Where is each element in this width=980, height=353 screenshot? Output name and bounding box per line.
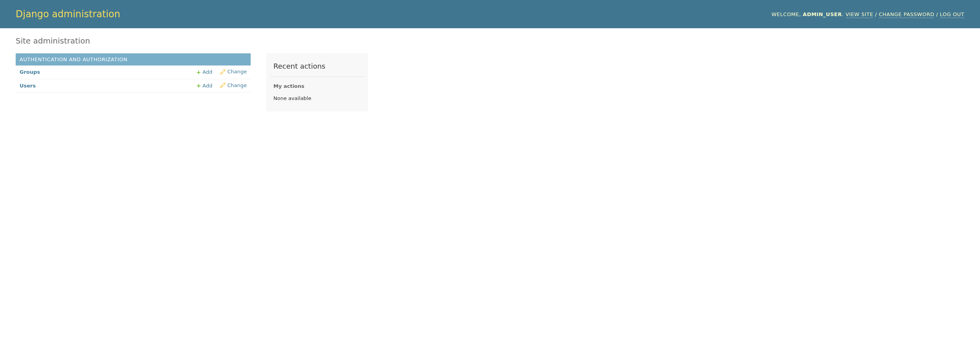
model-link-groups[interactable]: Groups (20, 69, 40, 75)
app-module-auth: Authentication and Authorization Groups … (16, 53, 251, 93)
branding-link[interactable]: Django administration (16, 9, 120, 20)
welcome-text: Welcome, (772, 11, 801, 17)
plus-icon: + (196, 82, 201, 89)
separator: . (842, 11, 845, 17)
add-link-users[interactable]: + Add (196, 82, 212, 89)
user-tools: Welcome, ADMIN_USER. View site / Change … (772, 11, 964, 17)
change-link-users[interactable]: Change (220, 82, 247, 88)
model-row: Users + Add (16, 79, 251, 93)
content: Site administration Authentication and A… (0, 28, 980, 131)
plus-icon: + (196, 69, 201, 75)
model-link-users[interactable]: Users (20, 83, 36, 89)
model-row: Groups + Add (16, 66, 251, 79)
change-password-link[interactable]: Change password (879, 11, 935, 18)
separator: / (873, 11, 879, 17)
add-label: Add (203, 83, 212, 89)
recent-actions-empty: None available (270, 92, 364, 107)
view-site-link[interactable]: View site (846, 11, 873, 18)
logout-link[interactable]: Log out (940, 11, 964, 18)
admin-header: Django administration Welcome, ADMIN_USE… (0, 0, 980, 28)
change-label: Change (227, 69, 247, 75)
add-link-groups[interactable]: + Add (196, 69, 212, 75)
content-main: Authentication and Authorization Groups … (16, 53, 251, 123)
add-label: Add (203, 69, 212, 75)
recent-actions-title: Recent actions (270, 57, 364, 77)
page-title: Site administration (16, 36, 964, 45)
pencil-icon (220, 69, 226, 75)
separator: / (934, 11, 940, 17)
my-actions-subtitle: My actions (270, 80, 364, 92)
username: ADMIN_USER (803, 11, 842, 17)
pencil-icon (220, 82, 226, 88)
content-related: Recent actions My actions None available (266, 53, 368, 123)
app-caption[interactable]: Authentication and Authorization (16, 53, 251, 66)
app-caption-link[interactable]: Authentication and Authorization (20, 56, 127, 62)
change-label: Change (227, 82, 247, 88)
branding: Django administration (16, 9, 120, 20)
change-link-groups[interactable]: Change (220, 69, 247, 75)
recent-actions-module: Recent actions My actions None available (266, 53, 368, 111)
